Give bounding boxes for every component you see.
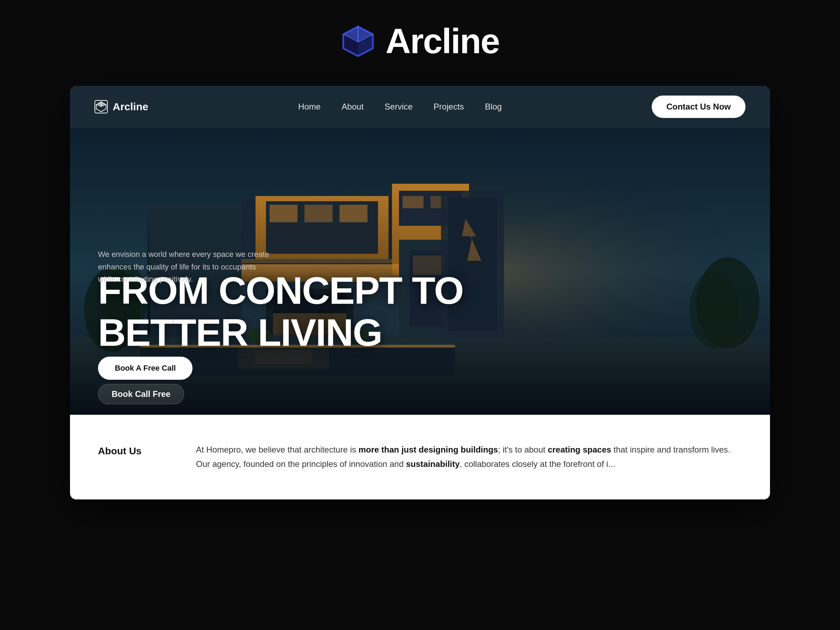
hero-subtext-area: We envision a world where every space we… [98,248,273,285]
nav-brand-icon [95,100,108,114]
hero-section: FROM CONCEPT TO BETTER LIVING We envisio… [70,128,770,415]
nav-link-blog[interactable]: Blog [485,102,502,112]
about-text: At Homepro, we believe that architecture… [196,443,742,471]
about-text-part4: , collaborates closely at the forefront … [459,459,615,469]
about-text-bold1: more than just designing buildings [358,445,498,454]
hero-cta-area: Book A Free Call [98,346,193,380]
nav-link-home[interactable]: Home [298,102,321,112]
floating-badge-label: Book Call Free [112,389,171,399]
nav-link-projects[interactable]: Projects [434,102,464,112]
nav-links: Home About Service Projects Blog [298,102,502,112]
browser-window: Arcline Home About Service Projects Blog… [70,86,770,499]
about-text-part2: ; it's to about [498,445,548,454]
floating-badge: Book Call Free [98,384,184,404]
nav-link-service[interactable]: Service [385,102,413,112]
about-text-bold2: creating spaces [548,445,611,454]
navbar: Arcline Home About Service Projects Blog… [70,86,770,128]
book-free-call-button[interactable]: Book A Free Call [98,357,193,380]
nav-brand: Arcline [95,100,148,114]
svg-rect-29 [305,205,333,222]
about-text-bold3: sustainability [406,459,459,469]
svg-rect-34 [403,196,423,208]
contact-us-button[interactable]: Contact Us Now [652,96,745,118]
svg-rect-28 [270,205,297,222]
nav-link-about[interactable]: About [342,102,364,112]
hero-subtext: We envision a world where every space we… [98,248,273,285]
about-label: About Us [98,443,168,457]
svg-rect-30 [339,205,368,222]
about-text-part1: At Homepro, we believe that architecture… [196,445,358,454]
top-brand-icon [341,24,376,59]
top-brand-section: Arcline [0,0,840,86]
about-section: About Us At Homepro, we believe that arc… [70,415,770,499]
hero-headline-line2: BETTER LIVING [98,313,742,352]
nav-brand-name: Arcline [113,101,148,113]
top-brand-name: Arcline [385,21,499,61]
